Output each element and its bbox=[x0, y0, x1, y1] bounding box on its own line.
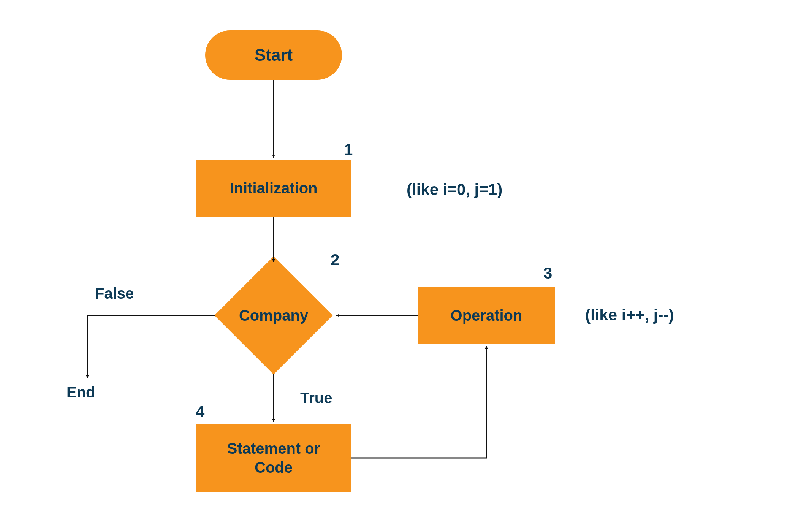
node-start: Start bbox=[205, 30, 342, 80]
note-operation: (like i++, j--) bbox=[585, 306, 674, 324]
node-statement-label: Statement or Code bbox=[227, 439, 320, 477]
num-1: 1 bbox=[344, 141, 353, 159]
arrow-decision-to-end bbox=[87, 315, 215, 378]
node-statement: Statement or Code bbox=[196, 424, 351, 492]
label-end: End bbox=[66, 384, 95, 401]
node-operation-label: Operation bbox=[451, 307, 522, 324]
note-initialization: (like i=0, j=1) bbox=[407, 180, 502, 199]
num-4: 4 bbox=[196, 403, 204, 421]
arrow-statement-to-operation bbox=[351, 346, 486, 458]
node-initialization-label: Initialization bbox=[230, 180, 317, 197]
node-start-label: Start bbox=[255, 46, 293, 65]
node-decision: Company bbox=[232, 274, 315, 357]
num-3: 3 bbox=[543, 264, 552, 282]
flowchart-canvas: Start Initialization 1 (like i=0, j=1) C… bbox=[0, 0, 798, 532]
node-operation: Operation bbox=[418, 287, 555, 344]
label-false: False bbox=[95, 285, 134, 302]
node-decision-label: Company bbox=[239, 307, 308, 324]
arrows-layer bbox=[0, 0, 798, 532]
label-true: True bbox=[300, 390, 332, 407]
node-initialization: Initialization bbox=[196, 160, 351, 217]
num-2: 2 bbox=[331, 251, 339, 269]
